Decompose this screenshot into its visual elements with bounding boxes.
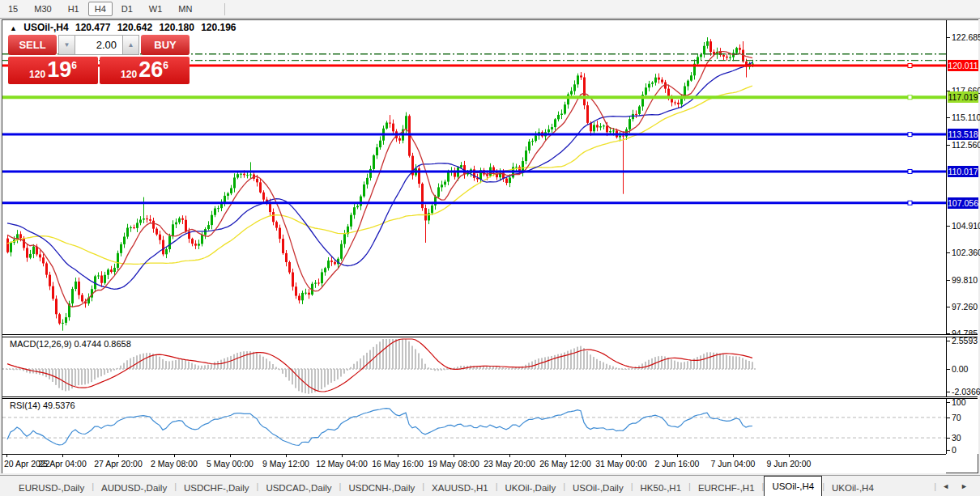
timeframe-toolbar: 15M30H1H4D1W1MN xyxy=(0,0,980,19)
price-tick-mark xyxy=(947,280,950,281)
chart-window: ▲ USOil-,H4 120.477 120.642 120.180 120.… xyxy=(2,19,978,473)
price-tick-label: 112.560 xyxy=(952,140,980,150)
rsi-line xyxy=(7,409,752,446)
price-tick-mark xyxy=(947,307,950,307)
chart-tab-USDCHFDaily[interactable]: USDCHF-,Daily xyxy=(177,479,257,496)
time-label: 2 Jun 16:00 xyxy=(655,459,700,468)
one-click-trading-panel: SELL ▼ 2.00 ▲ BUY 120196 120266 xyxy=(8,35,190,84)
chart-tab-USDCNHDaily[interactable]: USDCNH-,Daily xyxy=(341,479,422,496)
chart-tab-HK50H1[interactable]: HK50-,H1 xyxy=(633,479,689,496)
timeframe-button-15[interactable]: 15 xyxy=(1,1,25,17)
ohlc-open: 120.477 xyxy=(75,22,110,33)
timeframe-button-W1[interactable]: W1 xyxy=(142,1,170,17)
chart-tab-AUDUSDDaily[interactable]: AUDUSD-,Daily xyxy=(94,479,174,496)
chart-tab-EURCHFH1[interactable]: EURCHF-,H1 xyxy=(691,479,762,496)
time-label: 2 May 08:00 xyxy=(151,459,198,468)
time-tick-mark xyxy=(230,455,231,457)
price-tick-mark xyxy=(947,145,950,146)
time-tick-mark xyxy=(118,455,119,457)
tab-scroll-right-button[interactable]: ► xyxy=(955,482,974,490)
line-handle[interactable] xyxy=(908,64,912,68)
price-tick-mark xyxy=(947,226,950,227)
chart-tab-USDCADDaily[interactable]: USDCAD-,Daily xyxy=(258,479,339,496)
time-tick-mark xyxy=(509,455,510,457)
collapse-panel-icon[interactable]: ▲ xyxy=(10,24,17,32)
time-label: 9 May 12:00 xyxy=(262,459,309,468)
buy-price-sup: 6 xyxy=(163,60,168,71)
line-handle[interactable] xyxy=(908,95,912,100)
line-handle[interactable] xyxy=(908,133,912,137)
chart-tab-XAUUSDH1[interactable]: XAUUSD-,H1 xyxy=(424,479,496,496)
triangle-down-icon: ▼ xyxy=(64,41,70,49)
line-handle[interactable] xyxy=(908,169,912,173)
time-label: 12 May 04:00 xyxy=(316,459,368,468)
chart-tab-UKOilDaily[interactable]: UKOil-,Daily xyxy=(498,479,564,496)
price-tick-mark xyxy=(947,117,950,118)
price-line-badge: 110.017 xyxy=(948,166,978,177)
time-tick-mark xyxy=(62,455,63,457)
macd-tick-label: -2.0366 xyxy=(952,387,980,396)
volume-stepper: ▼ 2.00 ▲ xyxy=(58,35,139,55)
macd-tick-mark xyxy=(947,341,950,341)
rsi-label: RSI(14) 49.5376 xyxy=(10,401,75,410)
volume-increase-button[interactable]: ▲ xyxy=(122,35,139,55)
chart-tab-USOilDaily[interactable]: USOil-,Daily xyxy=(565,479,631,496)
ohlc-close: 120.196 xyxy=(201,22,236,33)
price-line-badge: 107.056 xyxy=(948,197,978,209)
rsi-tick-label: 30 xyxy=(952,433,961,443)
rsi-plot[interactable] xyxy=(2,399,946,454)
price-tick-label: 102.360 xyxy=(952,248,980,257)
price-tick-mark xyxy=(947,37,950,38)
macd-label: MACD(12,26,9) 0.4744 0.8658 xyxy=(10,339,131,349)
sell-price-display[interactable]: 120196 xyxy=(8,57,98,84)
time-tick-mark xyxy=(286,455,287,457)
tab-scroll-controls: |◄► xyxy=(934,476,980,496)
pane-splitter[interactable] xyxy=(2,334,978,337)
time-tick-mark xyxy=(342,455,343,457)
macd-tick-mark xyxy=(947,392,950,392)
rsi-tick-mark xyxy=(947,450,950,451)
sell-price-sup: 6 xyxy=(71,60,77,71)
timeframe-button-D1[interactable]: D1 xyxy=(114,1,140,17)
chart-tab-USOilH4[interactable]: USOil-,H4 xyxy=(764,476,822,496)
time-axis: 20 Apr 202225 Apr 04:0027 Apr 20:002 May… xyxy=(2,454,946,473)
buy-button[interactable]: BUY xyxy=(141,35,190,55)
chart-tab-UKOilH4[interactable]: UKOil-,H4 xyxy=(824,479,881,496)
chart-tab-bar: EURUSD-,Daily|AUDUSD-,Daily|USDCHF-,Dail… xyxy=(0,475,980,496)
ma-fast-line xyxy=(7,52,752,307)
rsi-tick-label: 70 xyxy=(952,413,961,422)
volume-decrease-button[interactable]: ▼ xyxy=(58,35,75,55)
time-tick-mark xyxy=(398,455,398,457)
chart-tab-EURUSDDaily[interactable]: EURUSD-,Daily xyxy=(11,479,92,496)
time-label: 31 May 00:00 xyxy=(595,459,647,468)
time-label: 7 Jun 04:00 xyxy=(711,459,756,468)
price-tick-label: 104.910 xyxy=(952,221,980,231)
pane-splitter[interactable] xyxy=(2,396,978,399)
time-label: 5 May 00:00 xyxy=(207,459,254,468)
price-line-badge: 120.011 xyxy=(948,60,978,71)
macd-tick-label: 0.00 xyxy=(952,364,968,374)
ohlc-high: 120.642 xyxy=(117,22,152,33)
price-tick-label: 122.685 xyxy=(952,32,980,42)
time-tick-mark xyxy=(174,455,175,457)
triangle-up-icon: ▲ xyxy=(128,41,134,49)
timeframe-button-MN[interactable]: MN xyxy=(171,1,199,17)
line-handle[interactable] xyxy=(908,201,912,205)
buy-price-display[interactable]: 120266 xyxy=(100,57,190,84)
macd-plot[interactable] xyxy=(2,337,946,396)
time-tick-mark xyxy=(454,455,454,457)
macd-tick-mark xyxy=(947,369,950,370)
tab-scroll-left-button[interactable]: ◄ xyxy=(936,482,955,490)
time-tick-mark xyxy=(565,455,566,457)
time-label: 19 May 08:00 xyxy=(428,459,479,468)
sell-price-prefix: 120 xyxy=(29,69,45,80)
timeframe-button-H4[interactable]: H4 xyxy=(88,2,113,16)
timeframe-button-M30[interactable]: M30 xyxy=(27,1,58,17)
timeframe-button-H1[interactable]: H1 xyxy=(61,1,87,17)
price-tick-label: 97.260 xyxy=(952,302,978,312)
time-label: 23 May 20:00 xyxy=(484,459,535,468)
volume-input[interactable]: 2.00 xyxy=(75,35,122,55)
sell-button[interactable]: SELL xyxy=(8,35,57,55)
rsi-tick-mark xyxy=(947,418,950,418)
price-line-badge: 113.518 xyxy=(948,129,978,140)
